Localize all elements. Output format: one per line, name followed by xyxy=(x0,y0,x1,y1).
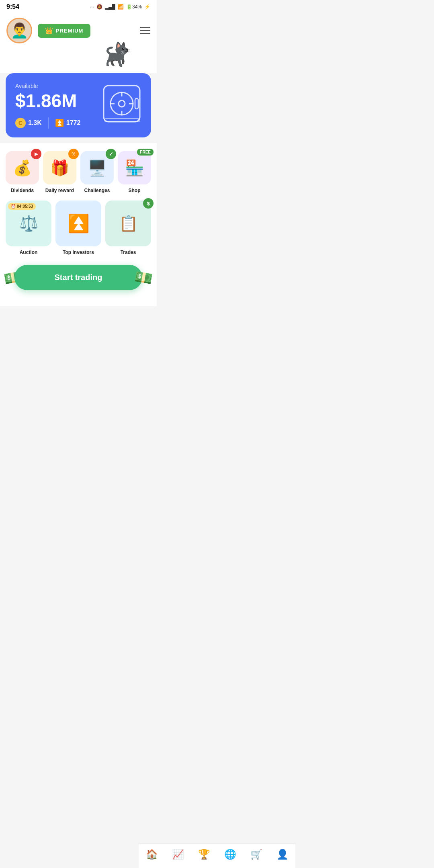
challenges-item[interactable]: 🖥️ ✓ Challenges xyxy=(80,151,114,193)
safe-illustration xyxy=(100,82,145,128)
avatar-image: 👨‍🦱 xyxy=(10,22,29,39)
grid-row-2: ⚖️ ⏰ 04:05:53 Auction ⏫ Top Investors 📋 … xyxy=(6,201,151,255)
status-icons: ··· 🔕 ▂▄█ 📶 🔋34% ⚡ xyxy=(90,4,150,10)
daily-reward-card[interactable]: 🎁 % xyxy=(43,151,76,184)
gift-icon: 🎁 xyxy=(50,159,69,177)
svg-rect-7 xyxy=(135,98,138,109)
dividends-icon: 💰 xyxy=(13,159,32,177)
challenges-label: Challenges xyxy=(84,188,110,193)
daily-reward-item[interactable]: 🎁 % Daily reward xyxy=(43,151,76,193)
wifi-icon: 📶 xyxy=(118,4,124,10)
free-badge: FREE xyxy=(137,149,154,156)
menu-line-1 xyxy=(140,27,150,28)
timer-value: 04:05:53 xyxy=(17,204,33,209)
task-icon: 🖥️ xyxy=(88,159,106,177)
play-badge: ▶ xyxy=(31,149,41,159)
stat-divider xyxy=(48,117,49,129)
dividends-item[interactable]: 💰 ▶ Dividends xyxy=(6,151,39,193)
dividends-label: Dividends xyxy=(11,188,34,193)
premium-badge[interactable]: 👑 PREMIUM xyxy=(38,24,90,38)
coin-icon: C xyxy=(15,118,26,128)
trades-item[interactable]: 📋 $ Trades xyxy=(105,201,151,255)
trades-label: Trades xyxy=(121,250,136,255)
menu-button[interactable] xyxy=(140,27,150,34)
clock-icon: ⏰ xyxy=(11,204,16,209)
avatar[interactable]: 👨‍🦱 xyxy=(6,18,32,43)
auction-icon: ⚖️ xyxy=(19,215,38,232)
svg-rect-0 xyxy=(104,86,140,122)
auction-card[interactable]: ⚖️ ⏰ 04:05:53 xyxy=(6,201,51,246)
main-content: 💰 ▶ Dividends 🎁 % Daily reward 🖥️ ✓ Chal… xyxy=(0,143,157,306)
trades-icon: 📋 xyxy=(119,215,138,232)
top-investors-card[interactable]: ⏫ xyxy=(55,201,101,246)
top-investors-label: Top Investors xyxy=(63,250,94,255)
menu-line-2 xyxy=(140,30,150,31)
signal-icon: ▂▄█ xyxy=(105,4,115,10)
auction-item[interactable]: ⚖️ ⏰ 04:05:53 Auction xyxy=(6,201,51,255)
daily-reward-label: Daily reward xyxy=(45,188,74,193)
top-investors-item[interactable]: ⏫ Top Investors xyxy=(55,201,101,255)
shop-icon: 🏪 xyxy=(125,159,144,177)
start-trading-section: 💵 Start trading 💵 xyxy=(6,265,151,290)
shop-item[interactable]: 🏪 FREE Shop xyxy=(118,151,151,193)
cat-icon: 🐈‍⬛ xyxy=(104,41,133,68)
start-trading-button[interactable]: Start trading xyxy=(14,265,143,290)
charging-icon: ⚡ xyxy=(144,4,150,10)
money-right-icon: 💵 xyxy=(133,268,154,287)
percent-badge: % xyxy=(68,149,79,159)
shop-card[interactable]: 🏪 FREE xyxy=(118,151,151,184)
safe-svg xyxy=(100,82,145,127)
grid-row-1: 💰 ▶ Dividends 🎁 % Daily reward 🖥️ ✓ Chal… xyxy=(6,151,151,193)
balance-card: Available $1.86M C 1.3K ⏫ 1772 xyxy=(6,73,151,137)
dividends-card[interactable]: 💰 ▶ xyxy=(6,151,39,184)
mute-icon: 🔕 xyxy=(96,4,102,10)
auction-timer: ⏰ 04:05:53 xyxy=(8,203,36,210)
investors-chevrons-icon: ⏫ xyxy=(68,213,90,234)
battery-icon: 🔋34% xyxy=(126,4,142,10)
trades-card[interactable]: 📋 $ xyxy=(105,201,151,246)
rank-value: 1772 xyxy=(66,119,81,127)
coins-value: 1.3K xyxy=(28,119,42,127)
auction-label: Auction xyxy=(20,250,38,255)
rank-stat: ⏫ 1772 xyxy=(55,119,81,127)
rank-chevrons-icon: ⏫ xyxy=(55,119,64,127)
cat-decoration: 🐈‍⬛ xyxy=(0,49,157,73)
dollar-badge: $ xyxy=(143,198,154,209)
app-header: 👨‍🦱 👑 PREMIUM xyxy=(0,14,157,49)
dots-icon: ··· xyxy=(90,4,94,10)
header-left: 👨‍🦱 👑 PREMIUM xyxy=(6,18,90,43)
premium-label: PREMIUM xyxy=(56,28,83,34)
svg-point-2 xyxy=(119,100,125,107)
shop-label: Shop xyxy=(129,188,141,193)
status-time: 9:54 xyxy=(6,3,19,10)
check-badge: ✓ xyxy=(106,149,116,159)
coins-stat: C 1.3K xyxy=(15,118,42,128)
status-bar: 9:54 ··· 🔕 ▂▄█ 📶 🔋34% ⚡ xyxy=(0,0,157,14)
challenges-card[interactable]: 🖥️ ✓ xyxy=(80,151,114,184)
crown-icon: 👑 xyxy=(45,27,53,35)
menu-line-3 xyxy=(140,33,150,34)
